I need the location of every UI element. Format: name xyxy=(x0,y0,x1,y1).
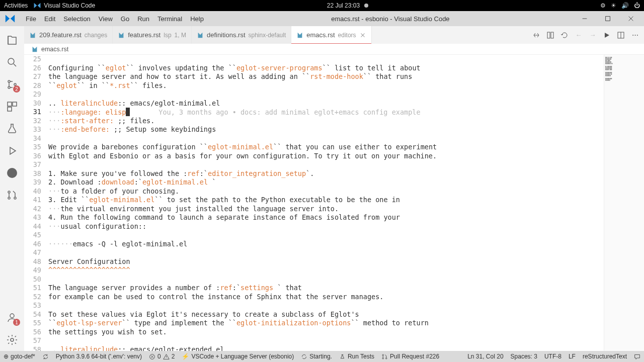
open-changes-icon[interactable] xyxy=(545,30,555,40)
settings-gear-icon[interactable] xyxy=(0,329,24,351)
status-encoding[interactable]: UTF-8 xyxy=(541,353,565,360)
tab-filename: 209.feature.rst xyxy=(39,31,82,39)
status-bar: ⊕ goto-def* Python 3.9.6 64-bit ('.env':… xyxy=(0,351,644,362)
testing-icon[interactable] xyxy=(0,118,24,140)
clock[interactable]: 22 Jul 23:03 xyxy=(327,2,360,9)
tray-icon[interactable]: ☀ xyxy=(611,2,616,9)
status-pull-request[interactable]: Pull Request #226 xyxy=(378,353,443,360)
svg-rect-7 xyxy=(8,107,12,111)
menu-terminal[interactable]: Terminal xyxy=(154,13,186,25)
status-starting[interactable]: Starting. xyxy=(297,353,336,360)
tab-features[interactable]: features.rst lsp 1, M xyxy=(113,26,192,44)
status-cursor-pos[interactable]: Ln 31, Col 20 xyxy=(464,353,507,360)
debug-icon[interactable] xyxy=(0,140,24,162)
tab-emacs[interactable]: emacs.rst editors xyxy=(291,26,371,44)
tab-definitions[interactable]: definitions.rst sphinx-default xyxy=(192,26,291,44)
maximize-button[interactable] xyxy=(597,12,619,26)
minimap[interactable]: ████ ██ ███ ██████████ ███ ████ ████████… xyxy=(604,55,644,351)
tray-icon[interactable]: ⚙ xyxy=(600,2,606,9)
status-feedback-icon[interactable] xyxy=(630,353,644,360)
rst-file-icon xyxy=(197,32,204,39)
next-change-icon[interactable]: → xyxy=(588,30,598,40)
previous-change-icon[interactable]: ← xyxy=(574,30,584,40)
svg-point-2 xyxy=(8,80,10,82)
svg-point-8 xyxy=(7,168,17,178)
svg-point-19 xyxy=(382,357,383,358)
svg-point-12 xyxy=(10,314,14,318)
tab-filename: definitions.rst xyxy=(207,31,246,39)
svg-point-9 xyxy=(8,191,10,193)
menu-edit[interactable]: Edit xyxy=(41,13,59,25)
accounts-icon[interactable]: 1 xyxy=(0,307,24,329)
status-python[interactable]: Python 3.9.6 64-bit ('.env': venv) xyxy=(52,353,145,360)
notification-dot-icon[interactable] xyxy=(364,4,368,8)
svg-point-11 xyxy=(14,197,16,199)
rst-file-icon xyxy=(118,32,125,39)
svg-rect-6 xyxy=(13,102,17,106)
explorer-icon[interactable] xyxy=(0,29,24,51)
tab-209-feature[interactable]: 209.feature.rst changes xyxy=(24,26,113,44)
os-top-bar: Activities Visual Studio Code 22 Jul 23:… xyxy=(0,0,644,11)
status-eol[interactable]: LF xyxy=(565,353,579,360)
tab-dirname: changes xyxy=(85,32,107,39)
tab-filename: emacs.rst xyxy=(306,31,335,39)
status-goto-def[interactable]: ⊕ goto-def* xyxy=(0,353,39,360)
menu-view[interactable]: View xyxy=(95,13,116,25)
svg-point-18 xyxy=(382,354,383,355)
editor[interactable]: 2526272829303132333435363738394041424344… xyxy=(24,55,644,351)
activities-label[interactable]: Activities xyxy=(4,2,28,9)
code-content[interactable]: Configuring ``eglot`` involves updating … xyxy=(48,55,604,351)
status-problems[interactable]: 0 2 xyxy=(145,353,178,360)
line-number-gutter: 2526272829303132333435363738394041424344… xyxy=(24,55,48,351)
tab-modified: 1, M xyxy=(175,32,186,39)
extensions-icon[interactable] xyxy=(0,96,24,118)
svg-point-1 xyxy=(8,58,14,64)
tab-dirname: sphinx-default xyxy=(249,32,286,39)
status-spaces[interactable]: Spaces: 3 xyxy=(507,353,541,360)
menu-go[interactable]: Go xyxy=(117,13,133,25)
status-language[interactable]: reStructuredText xyxy=(579,353,630,360)
status-sync[interactable] xyxy=(39,353,52,360)
svg-rect-14 xyxy=(547,32,550,38)
menu-run[interactable]: Run xyxy=(134,13,153,25)
minimize-button[interactable] xyxy=(574,12,596,26)
revert-icon[interactable] xyxy=(559,30,570,40)
compare-changes-icon[interactable] xyxy=(531,30,541,40)
svg-rect-15 xyxy=(551,32,553,38)
menu-help[interactable]: Help xyxy=(187,13,207,25)
breadcrumb[interactable]: emacs.rst xyxy=(0,44,644,55)
tab-bar: 209.feature.rst changes features.rst lsp… xyxy=(0,26,644,44)
search-icon[interactable] xyxy=(0,51,24,73)
close-tab-icon[interactable] xyxy=(359,32,366,39)
svg-rect-0 xyxy=(606,17,610,21)
tab-dirname: editors xyxy=(338,32,356,39)
rst-file-icon xyxy=(296,32,303,39)
vscode-icon xyxy=(5,14,15,24)
power-icon[interactable]: ⏻ xyxy=(634,2,640,9)
svg-point-13 xyxy=(11,338,14,341)
scm-icon[interactable]: 2 xyxy=(0,73,24,96)
tab-filename: features.rst xyxy=(128,31,160,39)
rst-file-icon xyxy=(31,46,38,53)
split-editor-icon[interactable] xyxy=(616,30,626,40)
breadcrumb-file: emacs.rst xyxy=(41,46,68,53)
tab-dirname: lsp xyxy=(164,32,171,39)
run-icon[interactable] xyxy=(602,30,612,40)
svg-point-3 xyxy=(8,86,10,88)
window-title: emacs.rst - esbonio - Visual Studio Code xyxy=(207,15,574,23)
accounts-badge: 1 xyxy=(13,319,20,326)
scm-badge: 2 xyxy=(13,85,20,93)
rst-file-icon xyxy=(29,32,36,39)
more-actions-icon[interactable]: ⋯ xyxy=(630,30,640,40)
menu-bar: File Edit Selection View Go Run Terminal… xyxy=(0,11,644,26)
menu-file[interactable]: File xyxy=(22,13,40,25)
status-run-tests[interactable]: Run Tests xyxy=(336,353,378,360)
volume-icon[interactable]: 🔊 xyxy=(621,2,629,9)
status-lsp[interactable]: ⚡ VSCode + Language Server (esbonio) xyxy=(178,353,297,360)
svg-point-20 xyxy=(386,357,387,358)
pull-request-icon[interactable] xyxy=(0,184,24,206)
menu-selection[interactable]: Selection xyxy=(60,13,94,25)
app-indicator[interactable]: Visual Studio Code xyxy=(34,2,95,9)
close-button[interactable] xyxy=(620,12,642,26)
github-icon[interactable] xyxy=(0,162,24,184)
